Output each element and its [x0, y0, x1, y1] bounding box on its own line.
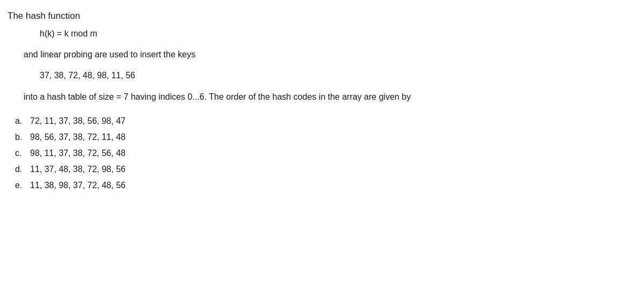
option-item-e: e.11, 38, 98, 37, 72, 48, 56 — [15, 179, 491, 192]
option-item-d: d.11, 37, 48, 38, 72, 98, 56 — [15, 163, 491, 176]
option-text-3: 11, 37, 48, 38, 72, 98, 56 — [30, 163, 126, 176]
option-item-a: a.72, 11, 37, 38, 56, 98, 47 — [15, 115, 491, 128]
option-text-2: 98, 11, 37, 38, 72, 56, 48 — [30, 147, 126, 160]
option-text-1: 98, 56, 37, 38, 72, 11, 48 — [30, 131, 126, 144]
section-title: The hash function — [8, 11, 491, 21]
option-label-3: d. — [15, 163, 30, 176]
option-label-2: c. — [15, 147, 30, 160]
option-item-c: c.98, 11, 37, 38, 72, 56, 48 — [15, 147, 491, 160]
options-list: a.72, 11, 37, 38, 56, 98, 47b.98, 56, 37… — [15, 115, 491, 192]
option-label-0: a. — [15, 115, 30, 128]
option-item-b: b.98, 56, 37, 38, 72, 11, 48 — [15, 131, 491, 144]
option-text-0: 72, 11, 37, 38, 56, 98, 47 — [30, 115, 126, 128]
option-label-1: b. — [15, 131, 30, 144]
description-2: into a hash table of size = 7 having ind… — [24, 90, 491, 104]
option-text-4: 11, 38, 98, 37, 72, 48, 56 — [30, 179, 126, 192]
option-label-4: e. — [15, 179, 30, 192]
main-content: The hash function h(k) = k mod m and lin… — [8, 11, 491, 192]
formula-line: h(k) = k mod m — [40, 29, 491, 39]
description-1: and linear probing are used to insert th… — [24, 48, 491, 61]
keys-line: 37, 38, 72, 48, 98, 11, 56 — [40, 71, 491, 80]
